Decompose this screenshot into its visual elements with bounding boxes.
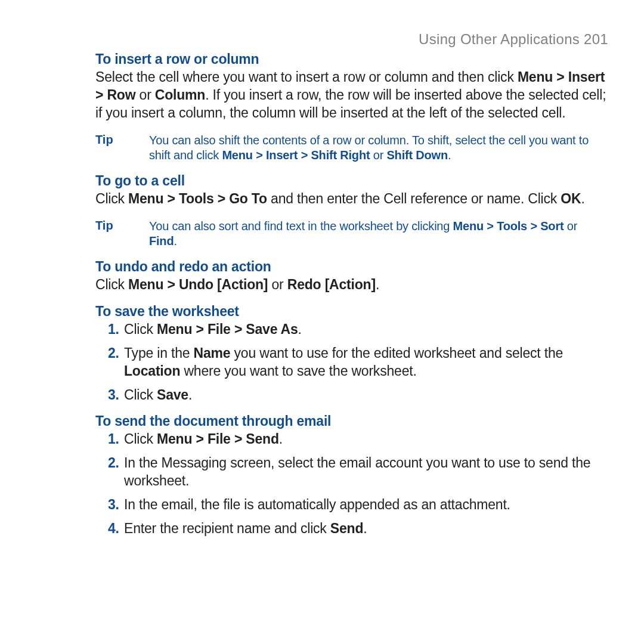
document-page: Using Other Applications 201 To insert a… <box>0 0 644 644</box>
text: or <box>564 219 577 233</box>
text: In the email, the file is automatically … <box>124 497 510 512</box>
heading-undo-redo: To undo and redo an action <box>95 259 608 275</box>
heading-go-to-cell: To go to a cell <box>95 173 608 189</box>
text-bold: Column <box>155 87 205 103</box>
text: . <box>581 191 584 206</box>
heading-send-document-email: To send the document through email <box>95 413 608 429</box>
text: Click <box>124 387 157 402</box>
text: Click <box>95 277 128 292</box>
text: . <box>448 148 451 162</box>
tip-body: You can also shift the contents of a row… <box>149 133 608 163</box>
text: . <box>376 277 379 292</box>
text-bold: Redo [Action] <box>287 277 376 292</box>
tip-label: Tip <box>95 219 149 249</box>
text: Type in the <box>124 345 194 361</box>
text: . <box>174 234 177 247</box>
steps-send-document-email: Click Menu > File > Send. In the Messagi… <box>95 431 608 537</box>
list-item: Enter the recipient name and click Send. <box>123 520 608 538</box>
text: or <box>135 87 154 103</box>
list-item: Type in the Name you want to use for the… <box>123 345 608 380</box>
tip-insert-shift: Tip You can also shift the contents of a… <box>95 133 608 163</box>
text: . <box>298 321 302 337</box>
text-bold: Menu > Tools > Sort <box>453 219 564 233</box>
text-bold: Shift Down <box>386 148 447 162</box>
tip-body: You can also sort and find text in the w… <box>149 219 608 249</box>
text: Enter the recipient name and click <box>124 521 330 536</box>
tip-sort-find: Tip You can also sort and find text in t… <box>95 219 608 249</box>
text-bold: Find <box>149 234 174 247</box>
text: . <box>188 387 192 402</box>
text: Select the cell where you want to insert… <box>95 69 518 85</box>
text: . <box>279 431 283 447</box>
list-item: In the Messaging screen, select the emai… <box>123 454 608 490</box>
text: In the Messaging screen, select the emai… <box>124 455 590 488</box>
text-bold: Menu > Insert > Shift Right <box>222 148 370 162</box>
text-bold: Location <box>124 363 180 379</box>
text: or <box>370 148 386 162</box>
text-bold: Save <box>157 387 188 402</box>
text: you want to use for the edited worksheet… <box>230 345 563 361</box>
list-item: Click Save. <box>123 386 608 404</box>
text: where you want to save the worksheet. <box>180 363 416 379</box>
text: or <box>268 277 287 292</box>
paragraph-undo-redo: Click Menu > Undo [Action] or Redo [Acti… <box>95 276 608 294</box>
text-bold: Menu > Tools > Go To <box>128 191 267 206</box>
text: and then enter the Cell reference or nam… <box>267 191 561 206</box>
paragraph-go-to-cell: Click Menu > Tools > Go To and then ente… <box>95 190 608 208</box>
list-item: Click Menu > File > Send. <box>123 431 608 448</box>
list-item: In the email, the file is automatically … <box>123 496 608 514</box>
text-bold: Menu > Undo [Action] <box>128 277 268 292</box>
tip-label: Tip <box>95 133 149 163</box>
text-bold: Send <box>330 521 363 536</box>
text-bold: OK <box>561 191 581 206</box>
text-bold: Menu > File > Send <box>157 431 279 447</box>
paragraph-insert-row-column: Select the cell where you want to insert… <box>95 69 608 122</box>
heading-save-worksheet: To save the worksheet <box>95 304 608 320</box>
text: . <box>363 521 367 536</box>
text: You can also sort and find text in the w… <box>149 219 453 233</box>
list-item: Click Menu > File > Save As. <box>123 321 608 339</box>
running-head: Using Other Applications 201 <box>95 31 608 48</box>
text: Click <box>95 191 128 206</box>
text-bold: Name <box>194 345 231 361</box>
text-bold: Menu > File > Save As <box>157 321 298 337</box>
steps-save-worksheet: Click Menu > File > Save As. Type in the… <box>95 321 608 404</box>
text: Click <box>124 431 157 447</box>
text: Click <box>124 321 157 337</box>
heading-insert-row-column: To insert a row or column <box>95 51 608 67</box>
